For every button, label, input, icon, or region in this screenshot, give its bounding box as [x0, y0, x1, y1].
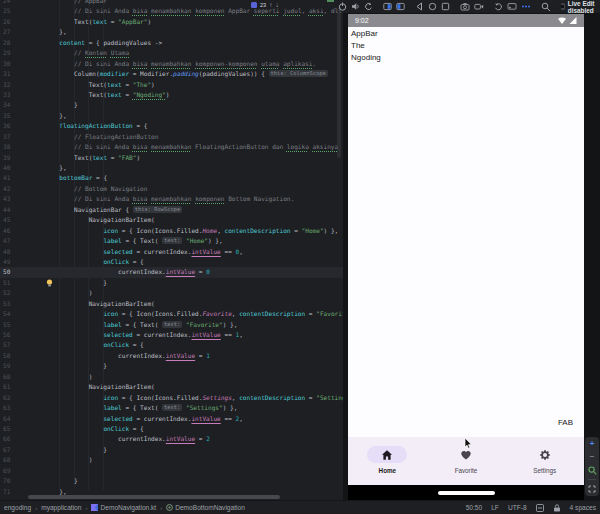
code-line[interactable]: 44 NavigationBar { this: RowScope	[0, 205, 343, 215]
overview-icon[interactable]	[441, 2, 450, 12]
caret-position[interactable]: 50:50	[466, 504, 483, 511]
editor-vertical-scrollbar[interactable]	[337, 8, 341, 158]
code-line[interactable]: 54 icon = { Icon(Icons.Filled.Favorite, …	[0, 309, 343, 319]
code-line[interactable]: 30 // Di sini Anda bisa menambahkan komp…	[0, 59, 343, 69]
breadcrumb-item[interactable]: DemoBottomNavigation	[166, 504, 245, 512]
line-number[interactable]: 45	[3, 215, 10, 225]
line-number[interactable]: 51	[3, 278, 10, 288]
code-line[interactable]: 52 )	[0, 288, 343, 298]
code-line[interactable]: 69	[0, 466, 343, 476]
code-line[interactable]: 59 }	[0, 361, 343, 371]
editor-horizontal-scrollbar[interactable]	[28, 495, 280, 499]
line-number[interactable]: 62	[3, 393, 10, 403]
breadcrumb-item[interactable]: DemoNavigation.kt	[91, 504, 156, 512]
code-line[interactable]: 32 Text(text = "The")	[0, 80, 343, 90]
code-line[interactable]: 47 label = { Text( text: "Home") },	[0, 236, 343, 246]
line-number[interactable]: 42	[3, 184, 10, 194]
line-number[interactable]: 32	[3, 80, 10, 90]
code-line[interactable]: 68 )	[0, 455, 343, 465]
power-icon[interactable]	[338, 2, 347, 12]
line-number[interactable]: 58	[3, 351, 10, 361]
code-line[interactable]: 36 floatingActionButton = {	[0, 121, 343, 131]
nav-item-home[interactable]: Home	[348, 437, 427, 485]
code-line[interactable]: 45 NavigationBarItem(	[0, 215, 343, 225]
line-number[interactable]: 67	[3, 445, 10, 455]
code-line[interactable]: 55 label = { Text( text: "Favorite") },	[0, 320, 343, 330]
line-number[interactable]: 71	[3, 487, 10, 497]
line-number[interactable]: 66	[3, 434, 10, 444]
line-number[interactable]: 33	[3, 90, 10, 100]
code-line[interactable]: 41 bottomBar = {	[0, 173, 343, 183]
line-number[interactable]: 61	[3, 382, 10, 392]
breadcrumb-item[interactable]: myapplication	[41, 504, 81, 511]
home-icon[interactable]	[428, 2, 437, 12]
line-separator[interactable]: LF	[491, 504, 499, 511]
line-number[interactable]: 36	[3, 121, 10, 131]
code-line[interactable]: 48 selected = currentIndex.intValue == 0…	[0, 247, 343, 257]
line-number[interactable]: 49	[3, 257, 10, 267]
code-line[interactable]: 39 Text(text = "FAB")	[0, 153, 343, 163]
next-problem-arrow-icon[interactable]: ↓	[275, 1, 278, 9]
code-line[interactable]: 40 },	[0, 163, 343, 173]
line-number[interactable]: 65	[3, 424, 10, 434]
volume-icon[interactable]	[351, 2, 360, 12]
fold-right-icon[interactable]	[396, 2, 405, 12]
file-encoding[interactable]: UTF-8	[508, 504, 527, 511]
line-number[interactable]: 25	[3, 6, 10, 16]
line-number[interactable]: 60	[3, 372, 10, 382]
line-number[interactable]: 38	[3, 142, 10, 152]
line-number[interactable]: 29	[3, 48, 10, 58]
line-number[interactable]: 63	[3, 403, 10, 413]
line-number[interactable]: 44	[3, 205, 10, 215]
code-line[interactable]: 63 label = { Text( text: "Settings") },	[0, 403, 343, 413]
zoom-icon[interactable]	[541, 2, 551, 12]
code-line[interactable]: 65 onClick = {	[0, 424, 343, 434]
line-number[interactable]: 52	[3, 288, 10, 298]
more-icon[interactable]	[521, 2, 531, 12]
line-number[interactable]: 50	[3, 267, 10, 277]
record-icon[interactable]	[474, 2, 484, 12]
line-number[interactable]: 70	[3, 476, 10, 486]
code-line[interactable]: 51 }	[0, 278, 343, 288]
line-number[interactable]: 40	[3, 163, 10, 173]
code-line[interactable]: 33 Text(text = "Ngoding")	[0, 90, 343, 100]
back-icon[interactable]	[415, 2, 424, 12]
column-selection-icon[interactable]	[536, 504, 544, 512]
code-line[interactable]: 31 Column(modifier = Modifier.padding(pa…	[0, 69, 343, 79]
restart-icon[interactable]	[494, 2, 503, 12]
code-editor[interactable]: 24 // AppBar25 // Di sini Anda bisa mena…	[0, 0, 343, 500]
cast-icon[interactable]	[507, 2, 517, 12]
code-line[interactable]: 25 // Di sini Anda bisa menambahkan komp…	[0, 6, 343, 16]
code-line[interactable]: 49 onClick = {	[0, 257, 343, 267]
zoom-in-button[interactable]: +	[590, 440, 595, 448]
line-number[interactable]: 43	[3, 194, 10, 204]
code-line[interactable]: 27 },	[0, 27, 343, 37]
code-line[interactable]: 56 selected = currentIndex.intValue == 1…	[0, 330, 343, 340]
line-number[interactable]: 27	[3, 27, 10, 37]
code-line[interactable]: 64 selected = currentIndex.intValue == 2…	[0, 414, 343, 424]
line-number[interactable]: 37	[3, 132, 10, 142]
device-screen[interactable]: 9:02 AppBarTheNgoding FAB Home Favorite …	[348, 14, 584, 500]
code-line[interactable]: 34 }	[0, 100, 343, 110]
breadcrumb-item[interactable]: engoding	[4, 504, 31, 511]
camera-icon[interactable]	[460, 2, 470, 12]
fold-left-icon[interactable]	[383, 2, 392, 12]
line-number[interactable]: 35	[3, 111, 10, 121]
code-line[interactable]: 46 icon = { Icon(Icons.Filled.Home, cont…	[0, 226, 343, 236]
code-line[interactable]: 38 // Di sini Anda bisa menambahkan Floa…	[0, 142, 343, 152]
zoom-select-button[interactable]	[588, 466, 597, 475]
code-line[interactable]: 70 }	[0, 476, 343, 486]
code-line[interactable]: 66 currentIndex.intValue = 2	[0, 434, 343, 444]
code-line[interactable]: 50 currentIndex.intValue = 0	[0, 267, 343, 277]
live-edit-status[interactable]: Live Edit disabled	[561, 0, 597, 14]
code-line[interactable]: 62 icon = { Icon(Icons.Filled.Settings, …	[0, 393, 343, 403]
code-line[interactable]: 43 // Di sini Anda bisa menambahkan komp…	[0, 194, 343, 204]
code-line[interactable]: 42 // Bottom Navigation	[0, 184, 343, 194]
code-line[interactable]: 61 NavigationBarItem(	[0, 382, 343, 392]
line-number[interactable]: 39	[3, 153, 10, 163]
line-number[interactable]: 56	[3, 330, 10, 340]
fab-text[interactable]: FAB	[558, 418, 573, 427]
line-number[interactable]: 47	[3, 236, 10, 246]
line-number[interactable]: 46	[3, 226, 10, 236]
fit-screen-button[interactable]	[588, 485, 596, 493]
